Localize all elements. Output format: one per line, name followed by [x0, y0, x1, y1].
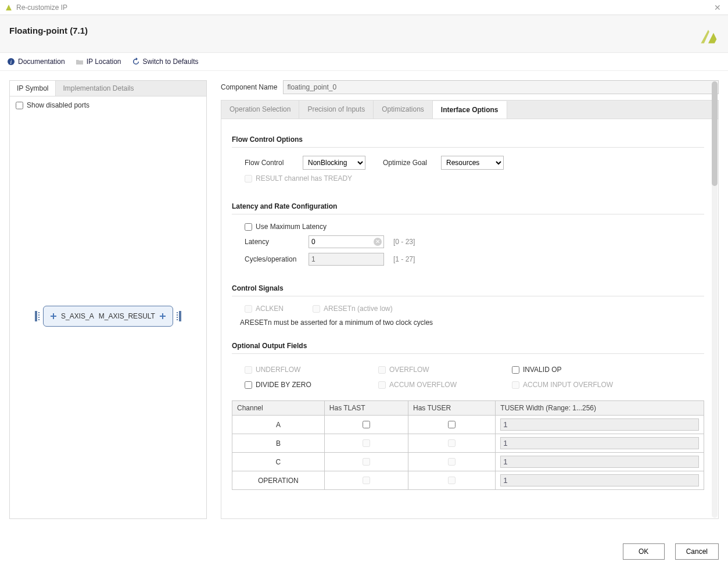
tab-operation-selection[interactable]: Operation Selection [221, 101, 299, 119]
has-tlast-checkbox [363, 439, 370, 447]
divide-by-zero-checkbox[interactable] [245, 381, 252, 389]
optimize-goal-label: Optimize Goal [383, 159, 435, 167]
table-row: C [232, 453, 704, 471]
use-max-latency-checkbox[interactable] [245, 223, 252, 231]
titlebar: Re-customize IP ✕ [0, 0, 728, 15]
tab-ip-symbol[interactable]: IP Symbol [10, 81, 56, 96]
overflow-checkbox [378, 366, 386, 374]
th-channel: Channel [232, 401, 325, 416]
show-disabled-ports-label: Show disabled ports [27, 101, 89, 109]
tab-precision-of-inputs[interactable]: Precision of Inputs [299, 101, 374, 119]
underflow-label: UNDERFLOW [256, 366, 300, 374]
has-tuser-checkbox[interactable] [448, 421, 456, 428]
switch-defaults-link[interactable]: Switch to Defaults [132, 58, 199, 66]
tuser-width-input [500, 418, 699, 431]
xilinx-logo-icon [698, 26, 719, 46]
cycles-label: Cycles/operation [245, 255, 303, 263]
plus-out-icon [160, 313, 166, 319]
cycles-range: [1 - 27] [393, 255, 415, 263]
table-row: B [232, 434, 704, 453]
aresetn-checkbox [313, 305, 320, 313]
info-icon: i [7, 58, 15, 66]
documentation-link[interactable]: i Documentation [7, 58, 65, 66]
aclken-checkbox [245, 305, 252, 313]
tab-implementation-details[interactable]: Implementation Details [56, 81, 141, 96]
aresetn-note: ARESETn must be asserted for a minimum o… [240, 319, 704, 327]
aclken-label: ACLKEN [256, 305, 284, 313]
svg-rect-7 [179, 311, 181, 321]
right-panel: Component Name Operation Selection Preci… [221, 80, 719, 519]
has-tuser-checkbox [448, 458, 456, 466]
app-icon [5, 3, 13, 12]
overflow-label: OVERFLOW [389, 366, 429, 374]
latency-input[interactable] [309, 235, 384, 248]
scrollbar-thumb[interactable] [712, 81, 718, 186]
latency-range: [0 - 23] [393, 238, 415, 246]
result-tready-label: RESULT channel has TREADY [256, 174, 352, 182]
invalid-op-checkbox[interactable] [512, 366, 519, 374]
svg-rect-8 [177, 312, 178, 313]
svg-text:i: i [10, 59, 12, 65]
accum-input-overflow-label: ACCUM INPUT OVERFLOW [523, 381, 613, 389]
tuser-width-input [500, 456, 699, 468]
has-tlast-checkbox [363, 458, 370, 466]
cell-channel: A [232, 416, 325, 434]
bus-right-icon [173, 311, 181, 321]
documentation-label: Documentation [18, 58, 65, 66]
component-name-input[interactable] [283, 80, 719, 94]
flow-control-select[interactable]: NonBlocking [303, 156, 365, 170]
window-title: Re-customize IP [16, 3, 67, 12]
optional-output-section-title: Optional Output Fields [232, 342, 704, 350]
interface-options-content: Flow Control Options Flow Control NonBlo… [221, 119, 719, 519]
latency-label: Latency [245, 238, 303, 246]
tuser-width-input [500, 474, 699, 486]
plus-in-icon [51, 313, 56, 319]
aresetn-label: ARESETn (active low) [324, 305, 393, 313]
cancel-button[interactable]: Cancel [675, 543, 719, 560]
tuser-width-input [500, 437, 699, 449]
page-title: Floating-point (7.1) [9, 26, 88, 35]
result-tready-checkbox [245, 175, 252, 182]
svg-rect-11 [177, 319, 178, 320]
ip-block: S_AXIS_A M_AXIS_RESULT [43, 306, 173, 327]
has-tuser-checkbox [448, 439, 456, 447]
cell-channel: C [232, 453, 325, 471]
header: Floating-point (7.1) [0, 15, 728, 53]
use-max-latency-label: Use Maximum Latency [256, 223, 327, 231]
svg-rect-4 [38, 314, 40, 316]
left-panel: IP Symbol Implementation Details Show di… [9, 80, 207, 519]
svg-rect-6 [38, 319, 40, 320]
optimize-goal-select[interactable]: Resources [441, 156, 504, 170]
ip-location-link[interactable]: IP Location [76, 58, 121, 66]
cell-channel: OPERATION [232, 471, 325, 490]
table-row: A [232, 416, 704, 434]
toolbar: i Documentation IP Location Switch to De… [0, 53, 728, 71]
svg-rect-3 [38, 312, 40, 313]
show-disabled-ports-checkbox[interactable] [16, 102, 23, 109]
ip-location-label: IP Location [87, 58, 121, 66]
tab-optimizations[interactable]: Optimizations [374, 101, 433, 119]
footer: OK Cancel [0, 534, 728, 569]
accum-overflow-checkbox [378, 381, 386, 389]
th-has-tlast: Has TLAST [324, 401, 408, 416]
tab-interface-options[interactable]: Interface Options [433, 101, 507, 119]
in-port-label: S_AXIS_A [61, 312, 94, 320]
has-tlast-checkbox [363, 477, 370, 484]
switch-defaults-label: Switch to Defaults [143, 58, 199, 66]
control-signals-section-title: Control Signals [232, 284, 704, 292]
ok-button[interactable]: OK [623, 543, 665, 560]
accum-overflow-label: ACCUM OVERFLOW [389, 381, 457, 389]
refresh-icon [132, 58, 140, 66]
flow-control-label: Flow Control [245, 159, 297, 167]
close-button[interactable]: ✕ [712, 3, 723, 12]
latency-section-title: Latency and Rate Configuration [232, 202, 704, 210]
has-tlast-checkbox[interactable] [363, 421, 370, 428]
ip-symbol-diagram: S_AXIS_A M_AXIS_RESULT [10, 114, 206, 518]
th-has-tuser: Has TUSER [408, 401, 496, 416]
svg-rect-10 [177, 317, 178, 318]
latency-clear-icon[interactable]: ✕ [374, 238, 382, 246]
channel-table: Channel Has TLAST Has TUSER TUSER Width … [232, 400, 704, 490]
flow-control-section-title: Flow Control Options [232, 135, 704, 144]
svg-rect-5 [38, 317, 40, 318]
component-name-label: Component Name [221, 83, 277, 91]
